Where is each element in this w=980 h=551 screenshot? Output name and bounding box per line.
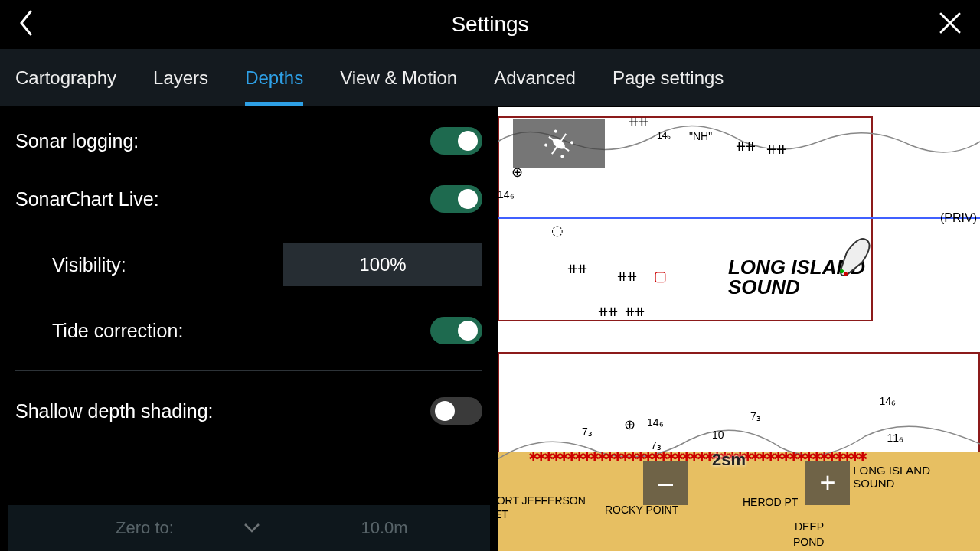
svg-point-3 — [554, 129, 558, 134]
tab-page-settings[interactable]: Page settings — [612, 52, 724, 104]
sonar-logging-toggle[interactable] — [430, 127, 482, 155]
row-sonarchart-live: SonarChart Live: — [15, 181, 482, 217]
divider — [15, 370, 482, 371]
depth-label: 14₆ — [657, 130, 671, 141]
back-button[interactable] — [18, 10, 34, 39]
tab-bar: Cartography Layers Depths View & Motion … — [0, 49, 980, 107]
row-zero-to: Zero to: 10.0m — [8, 505, 490, 551]
chart-preview[interactable]: LONG ISLANDSOUND (PRIV) "NH" 14₆ 14₆ 14₆… — [498, 107, 980, 551]
tab-advanced[interactable]: Advanced — [494, 52, 576, 104]
place-label: ET — [498, 508, 508, 520]
zero-to-label: Zero to: — [116, 518, 174, 538]
shallow-depth-label: Shallow depth shading: — [15, 400, 214, 422]
depth-label: 14₆ — [498, 188, 514, 201]
tide-correction-toggle[interactable] — [430, 317, 482, 344]
depth-label: 11₆ — [887, 432, 903, 444]
depth-label: 7₃ — [582, 425, 593, 438]
scale-label: 2sm — [712, 450, 746, 470]
settings-panel: Sonar logging: SonarChart Live: Visibili… — [0, 107, 498, 551]
header-bar: Settings — [0, 0, 980, 49]
region-label-2: LONG ISLANDSOUND — [853, 464, 930, 490]
sonarchart-live-label: SonarChart Live: — [15, 188, 159, 210]
visibility-value[interactable]: 100% — [283, 243, 482, 286]
depth-label: 14₆ — [647, 416, 664, 429]
zero-to-dropdown[interactable]: Zero to: — [14, 511, 276, 545]
place-label: DEEP — [795, 520, 824, 533]
page-title: Settings — [451, 12, 528, 37]
priv-label: (PRIV) — [940, 211, 977, 225]
depth-contour-line — [498, 217, 980, 219]
row-visibility: Visibility: 100% — [15, 239, 482, 291]
sonar-logging-label: Sonar logging: — [15, 130, 139, 152]
place-label: 'ORT JEFFERSON — [498, 494, 586, 507]
tab-cartography[interactable]: Cartography — [15, 52, 116, 104]
tide-correction-label: Tide correction: — [52, 320, 183, 342]
row-shallow-depth: Shallow depth shading: — [15, 393, 482, 429]
depth-label: 7₃ — [750, 410, 761, 422]
visibility-label: Visibility: — [52, 254, 126, 276]
zoom-in-button[interactable]: + — [805, 461, 850, 505]
compass-icon — [513, 119, 605, 168]
shallow-depth-toggle[interactable] — [430, 397, 482, 425]
svg-point-6 — [560, 155, 565, 159]
place-label: HEROD PT — [743, 496, 798, 508]
depth-label: 14₆ — [879, 395, 896, 407]
tab-layers[interactable]: Layers — [153, 52, 208, 104]
close-button[interactable] — [939, 11, 962, 37]
place-label: POND — [793, 536, 824, 548]
sonarchart-live-toggle[interactable] — [430, 185, 482, 213]
place-label: ROCKY POINT — [605, 504, 678, 516]
row-tide-correction: Tide correction: — [15, 312, 482, 349]
zoom-out-button[interactable]: – — [643, 461, 688, 505]
nh-label: "NH" — [689, 130, 712, 142]
svg-point-4 — [570, 141, 574, 145]
chevron-down-icon — [243, 518, 260, 538]
svg-point-5 — [544, 143, 548, 148]
tab-depths[interactable]: Depths — [245, 52, 303, 104]
row-sonar-logging: Sonar logging: — [15, 122, 482, 159]
tab-view-motion[interactable]: View & Motion — [340, 52, 457, 104]
zero-to-value[interactable]: 10.0m — [285, 511, 484, 545]
depth-label: 10 — [712, 429, 724, 441]
